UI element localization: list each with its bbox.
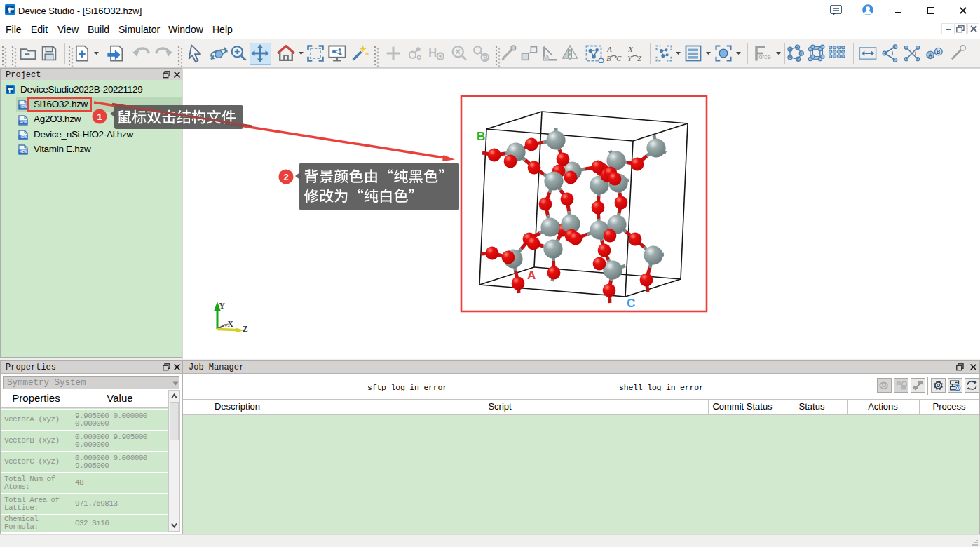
svg-text:C: C xyxy=(627,297,635,310)
svg-text:B: B xyxy=(477,130,485,143)
svg-text:X: X xyxy=(228,320,234,328)
svg-text:Z: Z xyxy=(243,325,248,333)
svg-text:A: A xyxy=(527,269,536,282)
svg-text:Y: Y xyxy=(219,302,226,310)
svg-text:1: 1 xyxy=(97,111,102,121)
svg-text:2: 2 xyxy=(283,171,288,182)
